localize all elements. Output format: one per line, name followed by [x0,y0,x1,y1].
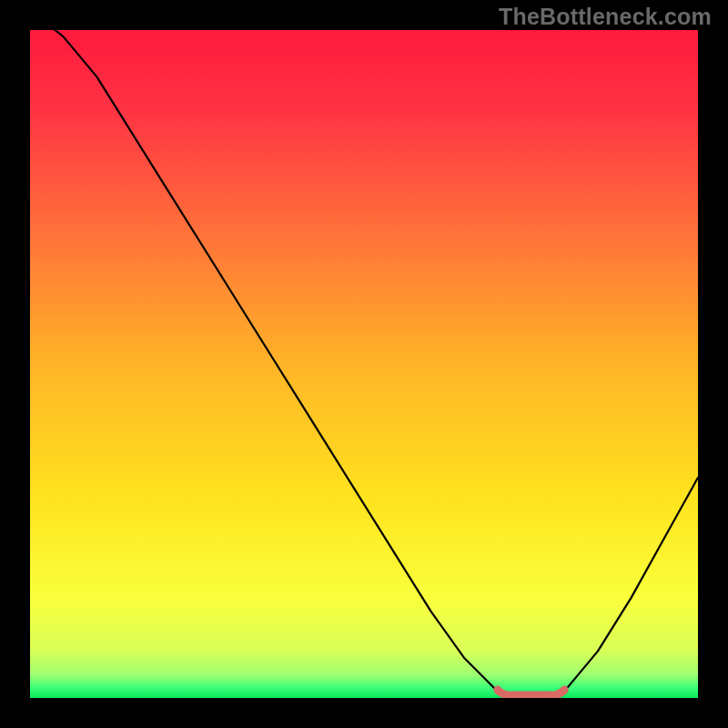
bottleneck-chart [0,0,728,728]
chart-frame: TheBottleneck.com [0,0,728,728]
watermark-text: TheBottleneck.com [499,4,712,30]
